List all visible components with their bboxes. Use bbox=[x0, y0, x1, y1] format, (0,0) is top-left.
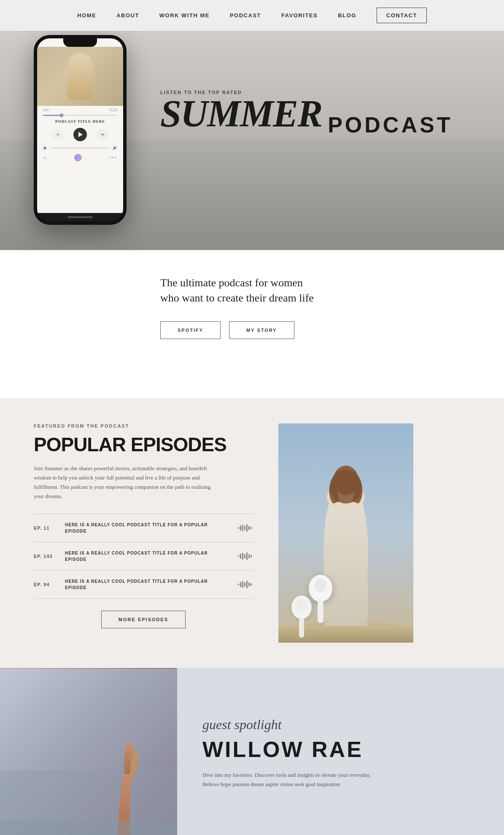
svg-point-26 bbox=[330, 470, 362, 504]
svg-rect-3 bbox=[244, 526, 245, 530]
phone-volume-bar[interactable] bbox=[51, 147, 109, 148]
phone-rewind-label: 15 bbox=[57, 133, 59, 136]
guest-spotlight-section: guest spotlight WILLOW RAE Dive into my … bbox=[0, 668, 504, 835]
svg-rect-0 bbox=[238, 527, 239, 529]
episodes-right-image bbox=[278, 423, 413, 643]
phone-home-indicator bbox=[67, 216, 93, 218]
phone-forward-button[interactable]: 30 bbox=[97, 129, 108, 140]
svg-rect-12 bbox=[248, 554, 250, 558]
svg-rect-1 bbox=[240, 525, 241, 531]
episode-row[interactable]: EP. 11 HERE IS A REALLY COOL PODCAST TIT… bbox=[34, 514, 253, 542]
phone-notch bbox=[63, 38, 97, 47]
phone-progress-dot bbox=[60, 113, 64, 117]
phone-rewind-button[interactable]: 15 bbox=[52, 129, 63, 140]
phone-person-image bbox=[67, 53, 93, 100]
phone-time-end: 35:59 bbox=[110, 108, 117, 112]
svg-rect-2 bbox=[242, 525, 243, 531]
phone-podcast-image bbox=[37, 47, 123, 106]
nav-podcast[interactable]: PODCAST bbox=[230, 12, 261, 19]
hero-section: 0:07 35:59 PODCAST TITLE HERE 15 30 🔈 bbox=[0, 31, 504, 250]
episode-number: EP. 11 bbox=[34, 525, 57, 531]
episodes-section: FEATURED FROM THE PODCAST POPULAR EPISOD… bbox=[0, 398, 504, 668]
svg-point-29 bbox=[343, 562, 345, 563]
hero-title-podcast: PODCAST bbox=[328, 112, 453, 137]
phone-bottom-row: 1x ••• bbox=[37, 152, 123, 163]
phone-volume-icon: 🔈 bbox=[43, 145, 48, 150]
hero-subtitle-section: The ultimate podcast for women who want … bbox=[0, 250, 504, 364]
my-story-button[interactable]: MY STORY bbox=[229, 321, 294, 339]
phone-speed-label[interactable]: 1x bbox=[43, 156, 46, 160]
svg-rect-4 bbox=[246, 524, 248, 532]
hero-title-row: SUMMER PODCAST bbox=[160, 95, 453, 137]
phone-home-bar bbox=[37, 213, 123, 221]
episodes-list: EP. 11 HERE IS A REALLY COOL PODCAST TIT… bbox=[34, 514, 253, 599]
episodes-description: Join Summer as she shares powerful stori… bbox=[34, 464, 211, 501]
phone-mockup: 0:07 35:59 PODCAST TITLE HERE 15 30 🔈 bbox=[34, 35, 127, 225]
hero-text-block: LISTEN TO THE TOP RATED SUMMER PODCAST bbox=[160, 90, 453, 137]
wave-svg bbox=[238, 552, 253, 560]
svg-rect-13 bbox=[251, 555, 252, 558]
airpods-decoration bbox=[278, 565, 354, 643]
episode-divider-3 bbox=[34, 598, 253, 599]
navigation: HOME ABOUT WORK WITH ME PODCAST FAVORITE… bbox=[0, 0, 504, 31]
svg-rect-8 bbox=[240, 554, 241, 559]
episodes-title: POPULAR EPISODES bbox=[34, 434, 253, 455]
phone-volume-row: 🔈 🔊 bbox=[43, 145, 117, 150]
episode-play-wave-icon[interactable] bbox=[238, 552, 253, 560]
guest-image-svg bbox=[0, 668, 177, 835]
svg-rect-5 bbox=[248, 526, 250, 530]
svg-rect-39 bbox=[0, 821, 177, 835]
nav-work-with-me[interactable]: WORK WITH ME bbox=[159, 12, 210, 19]
svg-rect-10 bbox=[244, 554, 245, 558]
svg-rect-6 bbox=[251, 527, 252, 529]
phone-avatar bbox=[74, 154, 82, 162]
guest-left-image bbox=[0, 668, 177, 835]
hero-subtitle: The ultimate podcast for women who want … bbox=[160, 275, 321, 306]
more-episodes-button[interactable]: MORE EPISODES bbox=[101, 611, 186, 628]
episode-number: EP. 94 bbox=[34, 582, 57, 587]
phone-forward-label: 30 bbox=[101, 133, 104, 136]
phone-progress-fill bbox=[43, 115, 62, 116]
guest-right-content: guest spotlight WILLOW RAE Dive into my … bbox=[177, 668, 504, 835]
svg-rect-16 bbox=[242, 581, 243, 588]
episode-number: EP. 143 bbox=[34, 554, 57, 559]
wave-svg bbox=[238, 524, 253, 532]
svg-rect-14 bbox=[238, 584, 239, 585]
phone-time-start: 0:07 bbox=[43, 108, 49, 112]
episode-play-wave-icon[interactable] bbox=[238, 580, 253, 589]
guest-name: WILLOW RAE bbox=[202, 737, 479, 762]
hero-title-summer: SUMMER bbox=[160, 93, 322, 135]
svg-rect-17 bbox=[244, 582, 245, 587]
svg-point-28 bbox=[350, 549, 351, 550]
svg-rect-36 bbox=[299, 617, 304, 638]
phone-screen: 0:07 35:59 PODCAST TITLE HERE 15 30 🔈 bbox=[37, 38, 123, 213]
episodes-tag: FEATURED FROM THE PODCAST bbox=[34, 423, 253, 428]
svg-point-35 bbox=[296, 599, 307, 611]
svg-point-30 bbox=[354, 528, 355, 529]
phone-play-button[interactable] bbox=[73, 128, 87, 141]
nav-contact-button[interactable]: CONTACT bbox=[377, 8, 427, 23]
nav-blog[interactable]: BLOG bbox=[338, 12, 356, 19]
svg-point-27 bbox=[337, 536, 338, 538]
svg-rect-11 bbox=[246, 552, 248, 560]
episode-row[interactable]: EP. 143 HERE IS A REALLY COOL PODCAST TI… bbox=[34, 542, 253, 570]
phone-more-options[interactable]: ••• bbox=[109, 155, 117, 161]
section-spacer bbox=[0, 364, 504, 398]
nav-about[interactable]: ABOUT bbox=[116, 12, 139, 19]
phone-volume-max-icon: 🔊 bbox=[113, 145, 117, 150]
episode-title: HERE IS A REALLY COOL PODCAST TITLE FOR … bbox=[65, 550, 229, 563]
hero-buttons: SPOTIFY MY STORY bbox=[160, 321, 294, 339]
svg-rect-9 bbox=[242, 553, 243, 560]
episode-row[interactable]: EP. 94 HERE IS A REALLY COOL PODCAST TIT… bbox=[34, 571, 253, 598]
spotify-button[interactable]: SPOTIFY bbox=[160, 321, 221, 339]
nav-home[interactable]: HOME bbox=[77, 12, 96, 19]
svg-rect-15 bbox=[240, 582, 241, 587]
nav-favorites[interactable]: FAVORITES bbox=[281, 12, 318, 19]
episode-title: HERE IS A REALLY COOL PODCAST TITLE FOR … bbox=[65, 522, 229, 534]
svg-point-32 bbox=[315, 579, 326, 592]
episode-play-wave-icon[interactable] bbox=[238, 524, 253, 532]
svg-rect-19 bbox=[248, 582, 250, 587]
phone-controls: 15 30 bbox=[37, 128, 123, 141]
phone-progress-bar[interactable] bbox=[43, 115, 117, 116]
episodes-left-column: FEATURED FROM THE PODCAST POPULAR EPISOD… bbox=[34, 423, 253, 643]
